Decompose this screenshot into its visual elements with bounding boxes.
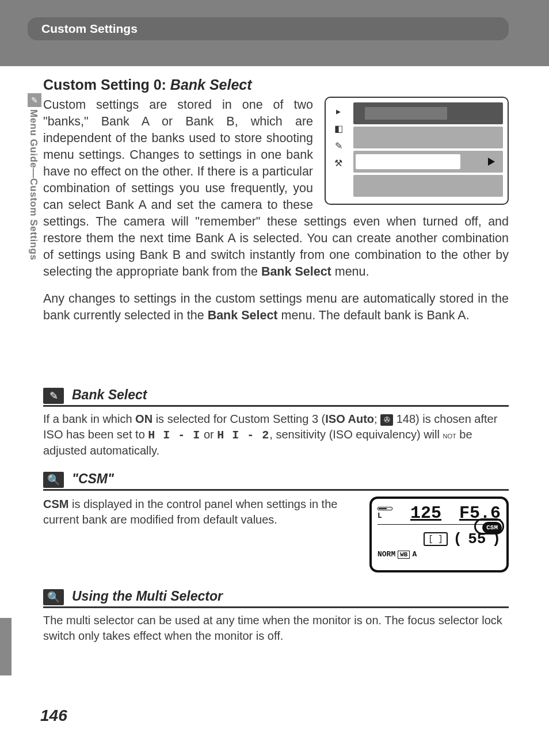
note-bank-select-body: If a bank in which ON is selected for Cu… — [43, 411, 509, 459]
page-number: 146 — [40, 707, 67, 725]
intro-para1-bold: Bank Select — [261, 265, 331, 278]
nbs-hi2: H I - 2 — [217, 429, 269, 442]
nbs-not: not — [443, 430, 456, 440]
note-ms-title: Using the Multi Selector — [72, 589, 223, 605]
intro-para2-bold: Bank Select — [208, 308, 278, 322]
lcd-mode-icons: L — [378, 507, 392, 520]
nbs-on: ON — [135, 413, 152, 425]
menu-row-selected — [353, 151, 503, 173]
menu-illustration: ▸ ◧ ✎ ⚒ — [325, 97, 509, 205]
lcd-wb-mode: A — [412, 550, 417, 559]
note-bank-select: ✎ Bank Select If a bank in which ON is s… — [43, 387, 509, 459]
menu-csm-icon: ✎ — [330, 138, 346, 153]
menu-playback-icon: ▸ — [330, 104, 346, 119]
intro-para1-text-b: menu. — [331, 265, 369, 278]
note-csm: 🔍 "CSM" CSM is displayed in the control … — [43, 471, 509, 572]
section-title-prefix: Custom Setting 0: — [43, 77, 170, 93]
magnifier-icon: 🔍 — [43, 589, 64, 605]
control-panel-illustration: L 125 F5.6 CSM [ ] ( 55 ) NORM WB A — [369, 497, 509, 572]
pencil-icon: ✎ — [43, 388, 64, 404]
magnifier-icon: 🔍 — [43, 472, 64, 488]
lcd-l-icon: L — [378, 511, 382, 520]
lcd-focus-area-icon: [ ] — [424, 532, 447, 546]
nbs-or: or — [200, 428, 217, 441]
section-title-topic: Bank Select — [170, 77, 252, 93]
nbs-b: is selected for Custom Setting 3 ( — [152, 413, 325, 425]
menu-row-header — [353, 102, 503, 124]
note-csm-title: "CSM" — [72, 471, 114, 488]
page-header: Custom Settings — [28, 17, 509, 40]
note-bank-select-title: Bank Select — [72, 387, 147, 404]
nbs-a: If a bank in which — [43, 413, 135, 425]
nbs-isoauto: ISO Auto — [325, 413, 374, 425]
csm-bold: CSM — [43, 498, 68, 510]
lcd-battery-icon — [378, 507, 392, 510]
lcd-shutter: 125 — [410, 503, 441, 523]
intro-paragraph-2: Any changes to settings in the custom se… — [43, 291, 509, 324]
menu-row — [353, 175, 503, 197]
menu-shooting-icon: ◧ — [330, 121, 346, 136]
page-ref-icon: ✇ — [380, 414, 393, 426]
menu-row — [353, 127, 503, 148]
note-multi-selector: 🔍 Using the Multi Selector The multi sel… — [43, 589, 509, 644]
nbs-d: , sensitivity (ISO equivalency) will — [269, 428, 443, 441]
lcd-wb-icon: WB — [398, 551, 410, 559]
nbs-hi1: H I - I — [148, 429, 200, 442]
note-csm-body: CSM is displayed in the control panel wh… — [43, 497, 358, 528]
section-title: Custom Setting 0: Bank Select — [43, 77, 509, 93]
intro-para2-text-b: menu. The default bank is Bank A. — [278, 308, 470, 322]
nbs-c: ; — [374, 413, 380, 425]
csm-rest: is displayed in the control panel when s… — [43, 498, 337, 526]
lcd-csm-badge: CSM — [482, 522, 502, 533]
menu-selected-arrow-icon — [488, 158, 495, 166]
menu-setup-icon: ⚒ — [330, 155, 346, 170]
lcd-quality: NORM — [378, 550, 395, 559]
note-ms-body: The multi selector can be used at any ti… — [43, 613, 509, 644]
lcd-paren-open: ( — [453, 530, 463, 548]
